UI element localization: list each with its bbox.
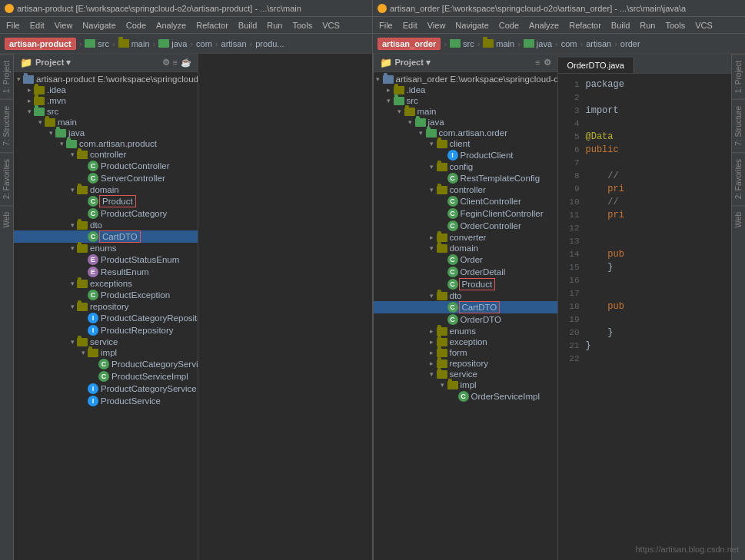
tree-item-idea2[interactable]: .idea	[374, 84, 557, 95]
right-panel-gear[interactable]: ⚙	[544, 58, 551, 68]
tree-item-java[interactable]: java	[14, 128, 198, 138]
left-breadcrumb-com[interactable]: com	[196, 39, 212, 48]
left-panel-settings[interactable]: ≡	[173, 58, 178, 68]
menu-item-build[interactable]: Build	[607, 19, 634, 31]
tree-item-impl2[interactable]: impl	[374, 379, 557, 390]
tree-item-RestTemplateConfig[interactable]: CRestTemplateConfig	[374, 172, 557, 184]
tree-item-ResultEnum[interactable]: EResultEnum	[14, 266, 198, 278]
right-vtab-web[interactable]: Web	[732, 205, 745, 234]
tree-item-config[interactable]: config	[374, 161, 557, 172]
tree-item-ProductServiceImpl[interactable]: CProductServiceImpl	[14, 370, 198, 383]
tree-item-converter[interactable]: converter	[374, 232, 557, 243]
tree-item-service2[interactable]: service	[374, 369, 557, 379]
tree-item-com.artisan.product[interactable]: com.artisan.product	[14, 138, 198, 149]
menu-item-analyze[interactable]: Analyze	[524, 19, 564, 31]
tree-item-ProductClient[interactable]: IProductClient	[374, 149, 557, 161]
menu-item-navigate[interactable]: Navigate	[451, 19, 493, 31]
menu-item-build[interactable]: Build	[234, 19, 261, 31]
tree-item-impl[interactable]: impl	[14, 347, 198, 358]
editor-tab-orderdto[interactable]: OrderDTO.java	[558, 58, 634, 73]
tree-item-FeginClientController[interactable]: CFeginClientController	[374, 207, 557, 220]
tree-item-enums[interactable]: enums	[14, 243, 198, 253]
tree-item-controller[interactable]: controller	[14, 149, 198, 160]
tree-item-domain[interactable]: domain	[14, 184, 198, 195]
tree-item-mvn[interactable]: .mvn	[14, 95, 198, 106]
tree-item-enums2[interactable]: enums	[374, 326, 557, 336]
tree-root-left-tree[interactable]: artisan-product E:\workspace\springcloud…	[14, 74, 198, 84]
tree-item-main2[interactable]: main	[374, 106, 557, 117]
left-breadcrumb-src[interactable]: src	[85, 39, 109, 48]
left-vtab-structure[interactable]: 7: Structure	[0, 99, 13, 152]
tree-item-CartDTO2[interactable]: CCartDTO	[374, 301, 557, 313]
left-breadcrumb-main[interactable]: main	[118, 39, 150, 48]
tree-item-CartDTO[interactable]: CCartDTO	[14, 230, 198, 243]
menu-item-file[interactable]: File	[374, 19, 397, 31]
tree-item-idea[interactable]: .idea	[14, 84, 198, 95]
tree-item-ProductStatusEnum[interactable]: EProductStatusEnum	[14, 253, 198, 266]
tree-item-OrderDetail[interactable]: COrderDetail	[374, 266, 557, 278]
menu-item-run[interactable]: Run	[635, 19, 660, 31]
menu-item-vcs[interactable]: VCS	[318, 19, 344, 31]
left-project-tag[interactable]: artisan-product	[5, 38, 76, 50]
menu-item-vcs[interactable]: VCS	[690, 19, 717, 31]
tree-item-controller2[interactable]: controller	[374, 184, 557, 195]
tree-item-com.artisan.order[interactable]: com.artisan.order	[374, 128, 557, 138]
tree-item-ClientController[interactable]: CClientController	[374, 195, 557, 207]
menu-item-edit[interactable]: Edit	[398, 19, 422, 31]
menu-item-tools[interactable]: Tools	[660, 19, 690, 31]
tree-item-src2[interactable]: src	[374, 95, 557, 106]
left-panel-java[interactable]: ☕	[181, 58, 191, 68]
left-breadcrumb-produ[interactable]: produ...	[255, 39, 284, 48]
tree-item-Product[interactable]: CProduct	[14, 195, 198, 207]
tree-item-ProductCategoryRepository[interactable]: IProductCategoryRepository	[14, 312, 198, 324]
tree-item-ProductController[interactable]: CProductController	[14, 160, 198, 172]
menu-item-view[interactable]: View	[423, 19, 451, 31]
left-panel-gear[interactable]: ⚙	[162, 58, 170, 68]
right-panel-settings[interactable]: ≡	[535, 58, 540, 68]
tree-item-ProductCategoryServiceImpl[interactable]: CProductCategoryServiceImpl	[14, 358, 198, 370]
menu-item-code[interactable]: Code	[121, 19, 151, 31]
left-vtab-web[interactable]: Web	[0, 205, 13, 234]
tree-item-OrderDTO[interactable]: COrderDTO	[374, 313, 557, 326]
menu-item-run[interactable]: Run	[262, 19, 287, 31]
tree-item-OrderServiceImpl[interactable]: COrderServiceImpl	[374, 390, 557, 403]
tree-item-main[interactable]: main	[14, 117, 198, 128]
tree-item-ProductRepository[interactable]: IProductRepository	[14, 324, 198, 336]
menu-item-tools[interactable]: Tools	[288, 19, 317, 31]
right-breadcrumb-src[interactable]: src	[450, 39, 474, 48]
left-breadcrumb-artisan[interactable]: artisan	[221, 39, 247, 48]
menu-item-edit[interactable]: Edit	[25, 19, 49, 31]
tree-item-repository[interactable]: repository	[14, 301, 198, 312]
tree-item-dto[interactable]: dto	[14, 220, 198, 230]
tree-item-java2[interactable]: java	[374, 117, 557, 128]
tree-item-form2[interactable]: form	[374, 347, 557, 358]
left-vtab-favorites[interactable]: 2: Favorites	[0, 152, 13, 205]
right-breadcrumb-main[interactable]: main	[483, 39, 514, 48]
right-vtab-structure[interactable]: 7: Structure	[732, 99, 745, 152]
right-vtab-project[interactable]: 1: Project	[732, 54, 745, 99]
menu-item-analyze[interactable]: Analyze	[151, 19, 191, 31]
tree-item-exception2[interactable]: exception	[374, 336, 557, 347]
tree-item-src[interactable]: src	[14, 106, 198, 117]
tree-item-Order[interactable]: COrder	[374, 253, 557, 266]
tree-item-ProductException[interactable]: CProductException	[14, 289, 198, 301]
menu-item-code[interactable]: Code	[494, 19, 524, 31]
tree-item-ProductCategoryService[interactable]: IProductCategoryService	[14, 383, 198, 395]
right-breadcrumb-com[interactable]: com	[561, 39, 577, 48]
tree-item-ProductService[interactable]: IProductService	[14, 395, 198, 407]
tree-item-client[interactable]: client	[374, 138, 557, 149]
tree-item-OrderController[interactable]: COrderController	[374, 220, 557, 232]
menu-item-view[interactable]: View	[50, 19, 78, 31]
right-breadcrumb-order[interactable]: order	[620, 39, 640, 48]
right-breadcrumb-java[interactable]: java	[524, 39, 552, 48]
menu-item-refactor[interactable]: Refactor	[564, 19, 606, 31]
tree-item-Product2[interactable]: CProduct	[374, 278, 557, 290]
left-breadcrumb-java[interactable]: java	[158, 39, 187, 48]
tree-item-exceptions[interactable]: exceptions	[14, 278, 198, 289]
right-breadcrumb-artisan[interactable]: artisan	[586, 39, 611, 48]
left-vtab-project[interactable]: 1: Project	[0, 54, 13, 99]
tree-item-ServerController[interactable]: CServerController	[14, 172, 198, 184]
menu-item-file[interactable]: File	[2, 19, 25, 31]
tree-item-service[interactable]: service	[14, 336, 198, 347]
tree-item-domain2[interactable]: domain	[374, 243, 557, 253]
